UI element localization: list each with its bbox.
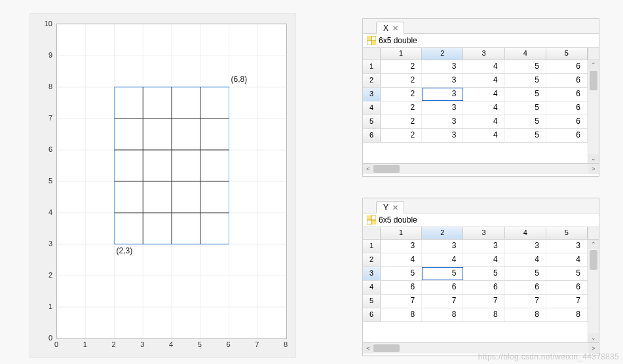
vscrollbar[interactable]: ⌃⌄ — [588, 240, 599, 342]
column-header[interactable]: 1 — [381, 227, 422, 239]
cell[interactable]: 3 — [546, 240, 588, 253]
cell[interactable]: 3 — [422, 240, 463, 253]
scroll-right-icon[interactable]: > — [588, 164, 599, 174]
vscroll-thumb[interactable] — [590, 71, 597, 90]
cell[interactable]: 3 — [422, 129, 463, 142]
cell[interactable]: 5 — [505, 60, 546, 73]
cell[interactable]: 3 — [422, 74, 463, 87]
cell[interactable]: 3 — [505, 240, 546, 253]
row-header[interactable]: 4 — [363, 281, 381, 294]
column-header[interactable]: 5 — [546, 48, 588, 60]
cell[interactable]: 5 — [463, 267, 504, 280]
column-header[interactable]: 3 — [463, 48, 504, 60]
cell[interactable]: 4 — [381, 253, 422, 266]
row-header[interactable]: 5 — [363, 295, 381, 308]
column-header[interactable]: 5 — [546, 227, 588, 239]
cell[interactable]: 4 — [463, 88, 504, 101]
cell[interactable]: 8 — [463, 308, 504, 321]
cell[interactable]: 6 — [463, 281, 504, 294]
cell[interactable]: 2 — [381, 101, 422, 115]
cell[interactable]: 3 — [422, 60, 463, 73]
cell[interactable]: 4 — [505, 253, 546, 266]
row-header[interactable]: 4 — [363, 101, 381, 115]
cell[interactable]: 7 — [546, 295, 588, 308]
cell[interactable]: 5 — [505, 88, 546, 101]
row-header[interactable]: 1 — [363, 240, 381, 253]
tab-X[interactable]: X ✕ — [376, 22, 404, 34]
row-header[interactable]: 6 — [363, 308, 381, 321]
tab-Y[interactable]: Y ✕ — [376, 201, 404, 213]
hscrollbar[interactable]: < > — [363, 163, 599, 174]
vscrollbar[interactable]: ⌃⌄ — [588, 60, 599, 163]
variable-grid-Y[interactable]: 1234513333324444435555546666657777768888… — [363, 227, 599, 342]
scroll-left-icon[interactable]: < — [363, 343, 373, 354]
cell[interactable]: 8 — [381, 308, 422, 321]
cell[interactable]: 6 — [546, 129, 588, 142]
cell[interactable]: 5 — [546, 267, 588, 280]
cell[interactable]: 6 — [546, 60, 588, 73]
cell[interactable]: 2 — [381, 115, 422, 128]
cell[interactable]: 5 — [505, 115, 546, 128]
cell[interactable]: 4 — [463, 101, 504, 115]
column-header[interactable]: 1 — [381, 48, 422, 60]
cell[interactable]: 4 — [463, 115, 504, 128]
cell[interactable]: 7 — [422, 295, 463, 308]
cell[interactable]: 4 — [463, 60, 504, 73]
column-header[interactable]: 4 — [505, 48, 546, 60]
row-header[interactable]: 3 — [363, 88, 381, 101]
cell[interactable]: 4 — [463, 253, 504, 266]
cell[interactable]: 5 — [505, 129, 546, 142]
scroll-up-icon[interactable]: ⌃ — [588, 240, 599, 249]
cell[interactable]: 3 — [422, 101, 463, 115]
scroll-down-icon[interactable]: ⌄ — [588, 333, 599, 342]
column-header[interactable]: 2 — [422, 227, 463, 239]
cell[interactable]: 6 — [546, 281, 588, 294]
cell[interactable]: 5 — [422, 267, 463, 280]
cell[interactable]: 5 — [505, 101, 546, 115]
hscroll-thumb[interactable] — [373, 344, 400, 352]
cell[interactable]: 4 — [463, 129, 504, 142]
cell[interactable]: 4 — [422, 253, 463, 266]
scroll-left-icon[interactable]: < — [363, 164, 373, 174]
cell[interactable]: 8 — [505, 308, 546, 321]
close-icon[interactable]: ✕ — [392, 25, 398, 32]
row-header[interactable]: 5 — [363, 115, 381, 128]
cell[interactable]: 3 — [381, 240, 422, 253]
cell[interactable]: 5 — [505, 74, 546, 87]
row-header[interactable]: 1 — [363, 60, 381, 73]
hscroll-track[interactable] — [373, 164, 588, 174]
cell[interactable]: 2 — [381, 129, 422, 142]
cell[interactable]: 7 — [463, 295, 504, 308]
cell[interactable]: 2 — [381, 74, 422, 87]
cell[interactable]: 8 — [546, 308, 588, 321]
cell[interactable]: 5 — [505, 267, 546, 280]
cell[interactable]: 6 — [546, 88, 588, 101]
hscrollbar[interactable]: < > — [363, 342, 599, 354]
row-header[interactable]: 2 — [363, 253, 381, 266]
cell[interactable]: 4 — [463, 74, 504, 87]
scroll-right-icon[interactable]: > — [588, 343, 599, 354]
scroll-down-icon[interactable]: ⌄ — [588, 154, 599, 163]
cell[interactable]: 7 — [505, 295, 546, 308]
row-header[interactable]: 3 — [363, 267, 381, 280]
row-header[interactable]: 2 — [363, 74, 381, 87]
cell[interactable]: 6 — [546, 115, 588, 128]
close-icon[interactable]: ✕ — [392, 204, 398, 211]
cell[interactable]: 7 — [381, 295, 422, 308]
row-header[interactable]: 6 — [363, 129, 381, 142]
cell[interactable]: 6 — [546, 74, 588, 87]
cell[interactable]: 2 — [381, 88, 422, 101]
hscroll-thumb[interactable] — [373, 165, 400, 173]
cell[interactable]: 5 — [381, 267, 422, 280]
cell[interactable]: 8 — [422, 308, 463, 321]
hscroll-track[interactable] — [373, 343, 588, 354]
cell[interactable]: 6 — [381, 281, 422, 294]
scroll-up-icon[interactable]: ⌃ — [588, 60, 599, 69]
cell[interactable]: 6 — [505, 281, 546, 294]
cell[interactable]: 4 — [546, 253, 588, 266]
column-header[interactable]: 2 — [422, 48, 463, 60]
column-header[interactable]: 3 — [463, 227, 504, 239]
plot-axes[interactable] — [56, 24, 287, 339]
vscroll-thumb[interactable] — [590, 250, 597, 270]
cell[interactable]: 6 — [422, 281, 463, 294]
